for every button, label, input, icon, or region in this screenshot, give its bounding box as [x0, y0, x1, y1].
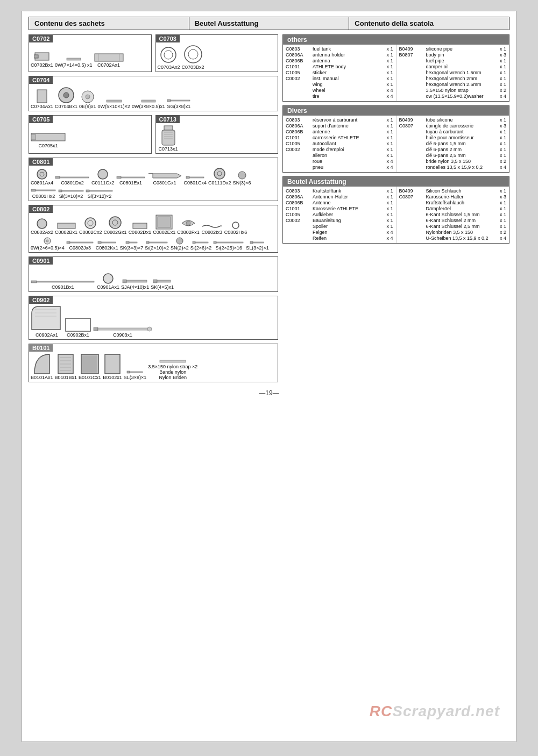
svg-rect-16	[141, 100, 155, 102]
section-c0801-label: C0801	[29, 158, 53, 166]
svg-rect-72	[253, 242, 264, 243]
svg-rect-69	[214, 241, 216, 244]
svg-rect-3	[95, 54, 123, 61]
part-c0703a: C0703Ax2	[158, 46, 180, 70]
svg-point-47	[85, 218, 96, 229]
svg-rect-95	[105, 354, 120, 374]
part-c0801d: C0801Dx2	[55, 175, 90, 186]
section-c0801: C0801 C0801Ax4 C0801Dx	[29, 158, 278, 201]
part-c0802c: C0802Cx2	[79, 217, 102, 235]
svg-point-8	[185, 46, 202, 63]
part-c0901b: C0901Bx1	[31, 279, 95, 290]
svg-point-14	[86, 95, 90, 99]
section-c0713-label: C0713	[156, 116, 180, 123]
part-ow2x6: 0W(2×6×0.5)×4	[31, 237, 65, 251]
svg-rect-30	[60, 177, 89, 178]
header-col1: Contenu des sachets	[29, 17, 189, 30]
part-sn3: SN(3)×6	[233, 170, 251, 186]
c0801-drawing: C0801Ax4 C0801Dx2 C0111Cx2	[29, 166, 278, 201]
part-c0704-0e: 0E(9)x1	[79, 90, 96, 109]
beutel-left: C0803 Kraftstofftank x 1 C0806A Antennen…	[283, 187, 395, 243]
svg-rect-84	[94, 327, 98, 331]
beutel-header: Beutel Ausstattung	[283, 177, 509, 187]
page: Contenu des sachets Beutel Ausstattung C…	[22, 11, 516, 742]
svg-point-9	[188, 49, 198, 59]
svg-point-75	[103, 274, 113, 283]
section-divers: Divers C0803 réservoir à carburant x 1 C…	[282, 105, 509, 173]
part-sn2: SN(2)×2	[171, 237, 189, 251]
section-c0704: C0704 C0704Ax1 C0704Bx1	[29, 76, 278, 111]
svg-rect-98	[160, 360, 186, 362]
svg-rect-97	[130, 372, 143, 373]
part-ow-svg	[66, 56, 81, 62]
part-si2x6: Si(2×6)×2	[190, 240, 212, 251]
svg-rect-21	[164, 126, 173, 130]
svg-point-7	[164, 51, 173, 59]
svg-rect-76	[123, 280, 126, 283]
part-si2x25: Si(2×25)×16	[213, 240, 244, 251]
svg-rect-65	[149, 242, 167, 243]
svg-rect-43	[86, 190, 89, 192]
part-c0111c: C0111Cx2	[91, 168, 115, 186]
others-left: C0803 fuel tank x 1 C0806A antenna holde…	[283, 45, 395, 101]
part-c0802a: C0802Ax2	[31, 218, 53, 235]
part-sk4x5: SK(4×5)x1	[151, 278, 174, 290]
part-c0702b-svg	[34, 51, 50, 62]
svg-rect-41	[59, 190, 62, 192]
svg-rect-58	[67, 241, 70, 244]
section-c0901-label: C0901	[29, 257, 53, 265]
section-c0901: C0901 C0901Bx1 C0901Ax1	[29, 256, 278, 292]
c0713-drawing: C0713x1	[156, 123, 278, 153]
beutel-content: C0803 Kraftstofftank x 1 C0806A Antennen…	[283, 187, 509, 243]
svg-rect-42	[62, 190, 83, 191]
section-c0802-label: C0802	[29, 205, 53, 213]
svg-rect-19	[31, 133, 65, 141]
part-c0801e: C0801Ex1	[116, 175, 146, 186]
part-c0802e: C0802Ex1	[153, 215, 175, 235]
part-c0702a-svg	[94, 53, 124, 62]
svg-rect-96	[127, 371, 130, 373]
part-c0902a: C0902Ax1	[31, 305, 63, 338]
svg-rect-85	[98, 328, 151, 330]
svg-point-45	[37, 219, 47, 229]
part-b0101b: B0101Bx1	[55, 353, 77, 380]
section-b0101: B0101 B0101Ax1	[29, 344, 278, 382]
b0101-drawing: B0101Ax1 B0101Bx1	[29, 352, 278, 382]
part-c0704a: C0704Ax1	[31, 89, 53, 109]
svg-rect-71	[250, 241, 253, 244]
part-c0704-sg: SG(3×8)x1	[167, 97, 191, 109]
section-c0703-label: C0703	[156, 35, 180, 42]
svg-rect-40	[36, 190, 55, 191]
svg-point-27	[37, 169, 47, 179]
svg-rect-94	[82, 355, 97, 373]
part-c0713: C0713x1	[158, 125, 179, 152]
svg-rect-67	[193, 241, 195, 244]
svg-rect-18	[171, 100, 190, 101]
c0802-drawing: C0802Ax2 C0802Bx1 C0802Cx2	[29, 213, 278, 252]
others-right: B0409 silicone pipe x 1 B0807 body pin x…	[396, 45, 509, 101]
left-column: C0702 C0702Bx1	[29, 34, 278, 386]
svg-rect-64	[146, 241, 149, 244]
part-c0802i: C0802Ix3	[201, 223, 223, 235]
svg-rect-10	[37, 90, 47, 103]
section-c0702: C0702 C0702Bx1	[29, 34, 152, 72]
svg-point-54	[186, 221, 190, 225]
svg-rect-53	[158, 217, 171, 227]
section-beutel: Beutel Ausstattung C0803 Kraftstofftank …	[282, 176, 509, 244]
header-col3: Contenuto della scatola	[349, 17, 509, 30]
svg-rect-51	[133, 223, 147, 229]
svg-point-55	[232, 222, 239, 229]
part-nylon-strap: 3.5×150 nylon strap ×2 Bande nylon Nylon…	[148, 359, 197, 380]
svg-rect-78	[153, 280, 157, 283]
c0704-drawing: C0704Ax1 C0704Bx1 0E	[29, 84, 278, 111]
part-b0102: B0102x1	[103, 353, 122, 380]
part-si2x10: Si(2×10)×2	[145, 240, 169, 251]
part-c0702b: C0702Bx1	[31, 51, 53, 68]
svg-rect-2	[67, 58, 81, 60]
divers-right: B0409 tube silicone x 1 C0807 épingle de…	[396, 116, 509, 172]
part-c0802j: C0802Jx3	[66, 240, 94, 251]
part-c0704-ow3: 0W(3×8×0.5)x1	[132, 98, 165, 109]
part-sl3x2: SL(3×2)×1	[246, 240, 269, 251]
svg-rect-35	[189, 177, 204, 178]
page-number: —19—	[29, 389, 509, 397]
